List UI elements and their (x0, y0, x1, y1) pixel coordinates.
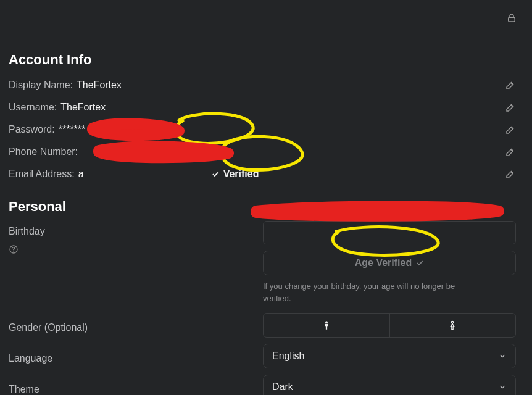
chevron-down-icon (498, 383, 507, 391)
edit-phone-button[interactable] (505, 146, 516, 157)
edit-username-button[interactable] (505, 102, 516, 113)
birthday-help-button[interactable] (9, 244, 19, 254)
personal-heading: Personal (9, 199, 516, 215)
pencil-icon (505, 102, 516, 113)
svg-point-3 (325, 321, 328, 323)
gender-row: Gender (Optional) (9, 313, 516, 338)
email-label: Email Address: (9, 168, 75, 180)
gender-female-button[interactable] (389, 314, 516, 337)
account-info-heading: Account Info (9, 52, 516, 68)
username-label: Username: (9, 102, 57, 113)
phone-row: Phone Number: Verified (9, 141, 516, 163)
age-verified-label: Age Verified (355, 257, 412, 268)
gender-male-button[interactable] (264, 314, 389, 337)
email-row: Email Address: a Verified (9, 163, 516, 185)
theme-select[interactable]: Dark (263, 375, 516, 395)
email-value-fragment: a (78, 168, 84, 180)
svg-point-2 (13, 251, 14, 252)
display-name-value: TheFortex (77, 80, 122, 91)
birthday-label: Birthday (9, 226, 256, 237)
language-row: Language English (9, 344, 516, 368)
pencil-icon (505, 168, 516, 180)
theme-value: Dark (272, 381, 293, 393)
lock-icon (506, 12, 517, 23)
privacy-lock-button[interactable] (506, 12, 517, 23)
birthday-selector[interactable] (263, 221, 516, 244)
gender-label: Gender (Optional) (9, 322, 256, 333)
edit-password-button[interactable] (505, 124, 516, 135)
password-value: ******* (59, 124, 86, 135)
gender-selector (263, 313, 516, 338)
pencil-icon (505, 80, 516, 91)
phone-verified-text: Verified (180, 146, 216, 157)
birthday-day-select[interactable] (362, 222, 436, 244)
pencil-icon (505, 124, 516, 135)
chevron-down-icon (498, 352, 507, 360)
birthday-hint: If you change your birthday, your age wi… (263, 280, 485, 304)
username-row: Username: TheFortex (9, 96, 516, 118)
email-verified-text: Verified (223, 168, 259, 180)
theme-row: Theme Dark (9, 375, 516, 395)
theme-label: Theme (9, 384, 256, 395)
phone-verified-badge: Verified (168, 146, 216, 157)
svg-rect-0 (509, 17, 515, 22)
language-value: English (272, 351, 304, 362)
question-circle-icon (9, 244, 19, 254)
email-verified-badge: Verified (211, 168, 259, 180)
pencil-icon (505, 146, 516, 157)
language-label: Language (9, 353, 256, 364)
check-icon (211, 170, 220, 178)
display-name-label: Display Name: (9, 80, 73, 91)
check-icon (168, 148, 177, 156)
password-label: Password: (9, 124, 55, 135)
username-value: TheFortex (60, 102, 106, 113)
phone-label: Phone Number: (9, 146, 78, 157)
age-verified-button[interactable]: Age Verified (263, 251, 516, 275)
male-icon (321, 320, 332, 331)
edit-email-button[interactable] (505, 168, 516, 180)
display-name-row: Display Name: TheFortex (9, 74, 516, 96)
birthday-row: Birthday Age Verified If you change your… (9, 221, 516, 304)
edit-display-name-button[interactable] (505, 80, 516, 91)
language-select[interactable]: English (263, 344, 516, 368)
birthday-month-select[interactable] (264, 222, 362, 244)
check-icon (415, 259, 424, 267)
password-row: Password: ******* (9, 118, 516, 141)
female-icon (447, 320, 458, 331)
birthday-year-select[interactable] (436, 222, 515, 244)
